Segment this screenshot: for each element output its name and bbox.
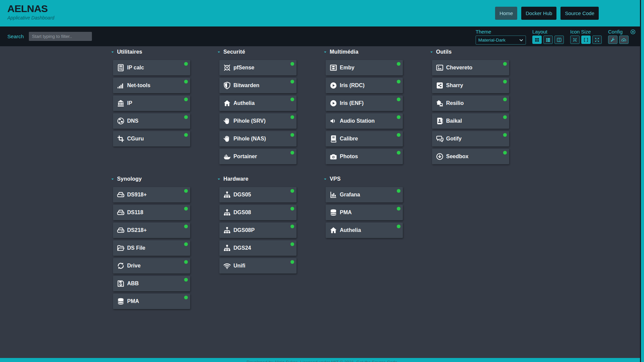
app-card-dgs08p[interactable]: DGS08P: [219, 223, 297, 238]
app-card-calibre[interactable]: Calibre: [326, 131, 403, 146]
app-card-label: Gotify: [446, 136, 462, 142]
nav-button-docker-hub[interactable]: Docker Hub: [521, 7, 556, 20]
layout-group: Layout: [532, 29, 564, 46]
comments-icon: [436, 135, 444, 143]
scrollbar[interactable]: [640, 0, 644, 362]
app-card-abb[interactable]: ABB: [113, 276, 190, 291]
app-card-iris-rdc[interactable]: Iris (RDC): [326, 78, 403, 93]
section-header-outils[interactable]: Outils: [430, 49, 509, 55]
section-header-synology[interactable]: Synology: [111, 176, 190, 182]
app-card-pihole-srv[interactable]: Pihole (SRV): [219, 113, 297, 129]
app-card-seedbox[interactable]: Seedbox: [432, 149, 509, 164]
app-card-net-tools[interactable]: Net-tools: [113, 78, 190, 93]
app-card-ds-file[interactable]: DS File: [113, 240, 190, 256]
app-card-chevereto[interactable]: Chevereto: [432, 60, 509, 75]
app-card-dgs08[interactable]: DGS08: [219, 205, 297, 220]
nav-button-source-code[interactable]: Source Code: [560, 7, 599, 20]
toolbar-button-columns[interactable]: [554, 36, 564, 44]
status-dot-online: [184, 133, 188, 137]
section-header-utilitaires[interactable]: Utilitaires: [111, 49, 190, 55]
toolbar-button-wrench[interactable]: [608, 36, 618, 44]
app-card-label: Net-tools: [127, 82, 150, 88]
layout-label: Layout: [532, 29, 564, 35]
app-card-dgs24[interactable]: DGS24: [219, 240, 297, 256]
status-dot-online: [290, 189, 294, 193]
app-card-gotify[interactable]: Gotify: [432, 131, 509, 146]
section-header-vps[interactable]: VPS: [323, 176, 403, 182]
status-dot-online: [184, 225, 188, 228]
status-dot-online: [503, 115, 507, 119]
app-card-baikal[interactable]: Baikal: [432, 113, 509, 129]
app-card-authelia[interactable]: Authelia: [219, 96, 297, 111]
status-dot-online: [290, 62, 294, 66]
hand-icon: [223, 135, 231, 143]
app-card-label: Authelia: [340, 227, 361, 233]
section-vps: VPSGrafanaPMAAuthelia: [326, 176, 403, 240]
status-dot-online: [397, 98, 400, 101]
app-card-ds918[interactable]: DS918+: [113, 187, 190, 202]
app-card-portainer[interactable]: Portainer: [219, 149, 297, 164]
app-card-iris-enf[interactable]: Iris (ENF): [326, 96, 403, 111]
app-card-ds218[interactable]: DS218+: [113, 223, 190, 238]
app-card-cguru[interactable]: CGuru: [113, 131, 190, 146]
circle-x-icon: [630, 29, 636, 35]
hdd-icon: [117, 226, 125, 234]
helm-icon: [223, 64, 231, 72]
nav-button-home[interactable]: Home: [495, 7, 517, 20]
app-card-label: Iris (RDC): [340, 82, 365, 88]
section-title: Hardware: [223, 176, 249, 182]
app-card-label: IP: [127, 100, 132, 106]
app-card-pihole-nas[interactable]: Pihole (NAS): [219, 131, 297, 146]
toolbar-button-brackets[interactable]: [581, 36, 591, 44]
app-card-unifi[interactable]: Unifi: [219, 258, 297, 274]
page-title: AELNAS: [7, 3, 54, 15]
brackets-icon: [583, 37, 589, 43]
status-dot-online: [503, 133, 507, 137]
section-header-securit[interactable]: Securité: [217, 49, 297, 55]
header-nav: HomeDocker HubSource Code: [495, 0, 599, 26]
app-card-photos[interactable]: Photos: [326, 149, 403, 164]
theme-select[interactable]: Material-Dark: [476, 36, 526, 45]
app-card-authelia[interactable]: Authelia: [326, 223, 403, 238]
app-card-sharry[interactable]: Sharry: [432, 78, 509, 93]
app-card-bitwarden[interactable]: Bitwarden: [219, 78, 297, 93]
folder-open-icon: [117, 244, 125, 252]
app-card-label: Audio Station: [340, 118, 375, 124]
app-card-ip-calc[interactable]: IP calc: [113, 60, 190, 75]
app-card-grafana[interactable]: Grafana: [326, 187, 403, 202]
section-title: Multimédia: [330, 49, 359, 55]
app-card-label: Bitwarden: [233, 82, 259, 88]
toolbar-button-list[interactable]: [543, 36, 553, 44]
layout-buttons: [532, 36, 564, 44]
toolbar-button-cloud-upload[interactable]: [619, 36, 629, 44]
app-card-dns[interactable]: DNS: [113, 113, 190, 129]
status-dot-online: [397, 151, 400, 155]
app-card-label: Seedbox: [446, 154, 469, 160]
app-card-pma[interactable]: PMA: [326, 205, 403, 220]
app-card-audio-station[interactable]: Audio Station: [326, 113, 403, 129]
toolbar-button-grid[interactable]: [532, 36, 542, 44]
search-input[interactable]: [29, 32, 92, 41]
app-card-label: Authelia: [233, 100, 255, 106]
app-card-pfsense[interactable]: pfSense: [219, 60, 297, 75]
app-card-emby[interactable]: Emby: [326, 60, 403, 75]
app-card-drive[interactable]: Drive: [113, 258, 190, 274]
app-card-label: ABB: [127, 281, 139, 287]
section-header-hardware[interactable]: Hardware: [217, 176, 297, 182]
app-card-label: Iris (ENF): [340, 100, 364, 106]
section-hardware: HardwareDGS05DGS08DGS08PDGS24Unifi: [219, 176, 297, 276]
app-card-ip[interactable]: IP: [113, 96, 190, 111]
status-dot-online: [184, 80, 188, 83]
footer: Developed by Alicia Sykes. Licensed unde…: [0, 358, 644, 362]
close-settings-icon[interactable]: [630, 29, 636, 35]
app-card-ds118[interactable]: DS118: [113, 205, 190, 220]
section-header-multim-dia[interactable]: Multimédia: [323, 49, 403, 55]
app-card-pma[interactable]: PMA: [113, 294, 190, 309]
app-card-dgs05[interactable]: DGS05: [219, 187, 297, 202]
app-card-label: PMA: [340, 209, 352, 216]
toolbar-button-expand[interactable]: [592, 36, 602, 44]
section-utilitaires: UtilitairesIP calcNet-toolsIPDNSCGuru: [113, 49, 190, 149]
app-card-resilio[interactable]: Resilio: [432, 96, 509, 111]
hand-icon: [223, 117, 231, 125]
toolbar-button-compress[interactable]: [570, 36, 580, 44]
